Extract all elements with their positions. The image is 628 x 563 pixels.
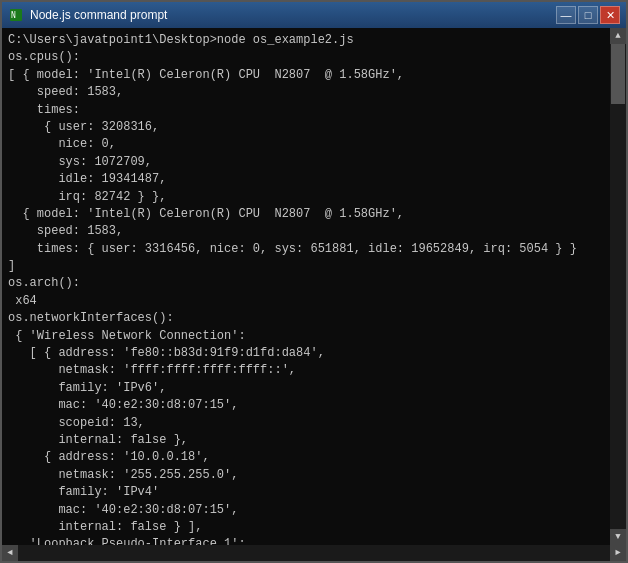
vertical-scrollbar[interactable]: ▲ ▼	[610, 28, 626, 545]
scroll-track[interactable]	[610, 44, 626, 529]
console-output[interactable]: C:\Users\javatpoint1\Desktop>node os_exa…	[2, 28, 610, 545]
window: N Node.js command prompt — □ ✕ C:\Users\…	[0, 0, 628, 563]
minimize-button[interactable]: —	[556, 6, 576, 24]
scroll-up-arrow[interactable]: ▲	[610, 28, 626, 44]
scroll-left-arrow[interactable]: ◄	[2, 545, 18, 561]
scroll-thumb[interactable]	[611, 44, 625, 104]
h-scroll-track[interactable]	[18, 545, 610, 561]
maximize-button[interactable]: □	[578, 6, 598, 24]
scroll-right-arrow[interactable]: ►	[610, 545, 626, 561]
window-controls: — □ ✕	[556, 6, 620, 24]
close-button[interactable]: ✕	[600, 6, 620, 24]
scroll-down-arrow[interactable]: ▼	[610, 529, 626, 545]
app-icon: N	[8, 7, 24, 23]
horizontal-scrollbar[interactable]: ◄ ►	[2, 545, 626, 561]
title-bar: N Node.js command prompt — □ ✕	[2, 2, 626, 28]
window-title: Node.js command prompt	[30, 8, 556, 22]
svg-text:N: N	[11, 11, 16, 20]
console-area: C:\Users\javatpoint1\Desktop>node os_exa…	[2, 28, 626, 545]
